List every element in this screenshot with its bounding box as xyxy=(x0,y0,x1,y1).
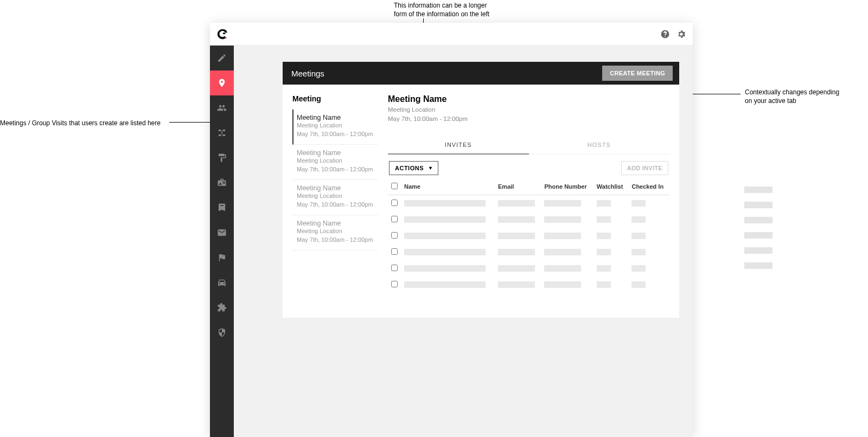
gear-icon[interactable] xyxy=(676,29,686,39)
meeting-item-name: Meeting Name xyxy=(297,220,378,227)
sidebar-item-paint[interactable] xyxy=(210,145,234,170)
app-logo xyxy=(216,28,228,40)
placeholder-phone xyxy=(544,200,581,207)
row-checkbox[interactable] xyxy=(391,200,398,206)
help-icon[interactable] xyxy=(660,29,670,39)
add-invite-button[interactable]: ADD INVITE xyxy=(621,161,668,175)
row-checkbox[interactable] xyxy=(391,232,398,239)
placeholder-name xyxy=(404,233,486,239)
sidebar-item-mail[interactable] xyxy=(210,220,234,245)
placeholder-email xyxy=(498,200,535,207)
row-checkbox[interactable] xyxy=(391,216,398,222)
table-row xyxy=(388,277,669,293)
placeholder-email xyxy=(498,249,535,255)
meeting-detail-name: Meeting Name xyxy=(388,94,669,104)
placeholder-email xyxy=(498,216,535,223)
placeholder-watchlist xyxy=(597,200,611,207)
meeting-list-item[interactable]: Meeting NameMeeting LocationMay 7th, 10:… xyxy=(292,215,378,250)
placeholder-checked-in xyxy=(631,265,646,272)
create-meeting-button[interactable]: CREATE MEETING xyxy=(602,66,673,81)
tab-invites[interactable]: INVITES xyxy=(388,136,529,155)
table-row xyxy=(388,195,669,211)
app-window: Meetings CREATE MEETING Meeting Meeting … xyxy=(210,23,693,437)
detail-tabs: INVITES HOSTS xyxy=(388,136,669,155)
placeholder-phone xyxy=(544,216,581,223)
meeting-item-time: May 7th, 10:00am - 12:00pm xyxy=(297,130,378,139)
placeholder-watchlist xyxy=(597,233,611,239)
meeting-list-item[interactable]: Meeting NameMeeting LocationMay 7th, 10:… xyxy=(292,110,378,145)
placeholder-email xyxy=(498,233,535,239)
row-checkbox[interactable] xyxy=(391,281,398,287)
placeholder-name xyxy=(404,265,486,272)
placeholder-phone xyxy=(544,233,581,239)
sidebar-item-car[interactable] xyxy=(210,270,234,295)
meeting-list-item[interactable]: Meeting NameMeeting LocationMay 7th, 10:… xyxy=(292,180,378,215)
placeholder-name xyxy=(404,200,486,207)
placeholder-name xyxy=(404,249,486,255)
content-area: Meetings CREATE MEETING Meeting Meeting … xyxy=(234,46,693,437)
meeting-item-location: Meeting Location xyxy=(297,227,378,236)
select-all-checkbox[interactable] xyxy=(391,183,398,189)
external-placeholder-bars xyxy=(744,187,773,269)
placeholder-name xyxy=(404,216,486,223)
sidebar xyxy=(210,46,234,437)
table-row xyxy=(388,228,669,244)
meeting-item-time: May 7th, 10:00am - 12:00pm xyxy=(297,236,378,245)
meeting-list-column: Meeting Meeting NameMeeting LocationMay … xyxy=(283,85,386,318)
placeholder-checked-in xyxy=(631,281,646,288)
actions-label: ACTIONS xyxy=(395,165,424,171)
meeting-item-name: Meeting Name xyxy=(297,184,378,192)
invites-table: Name Email Phone Number Watchlist Checke… xyxy=(388,181,669,293)
placeholder-phone xyxy=(544,249,581,255)
row-checkbox[interactable] xyxy=(391,248,398,255)
table-toolbar: ACTIONS ▾ ADD INVITE xyxy=(388,155,669,181)
placeholder-watchlist xyxy=(597,216,611,223)
page-title: Meetings xyxy=(291,69,324,78)
placeholder-watchlist xyxy=(597,281,611,288)
meeting-list-item[interactable]: Meeting NameMeeting LocationMay 7th, 10:… xyxy=(292,145,378,180)
chevron-down-icon: ▾ xyxy=(429,165,432,171)
placeholder-phone xyxy=(544,281,581,288)
table-row xyxy=(388,211,669,228)
svg-point-0 xyxy=(225,37,227,38)
meeting-list-heading: Meeting xyxy=(292,94,378,103)
placeholder-checked-in xyxy=(631,200,646,207)
meeting-item-location: Meeting Location xyxy=(297,192,378,201)
meeting-item-name: Meeting Name xyxy=(297,149,378,157)
col-checked-in: Checked In xyxy=(628,181,669,195)
placeholder-email xyxy=(498,265,535,272)
sidebar-item-book[interactable] xyxy=(210,195,234,220)
meeting-item-time: May 7th, 10:00am - 12:00pm xyxy=(297,201,378,209)
sidebar-item-location[interactable] xyxy=(210,70,234,95)
col-watchlist: Watchlist xyxy=(593,181,629,195)
placeholder-email xyxy=(498,281,535,288)
sidebar-item-people[interactable] xyxy=(210,95,234,120)
meeting-item-name: Meeting Name xyxy=(297,114,378,121)
actions-dropdown[interactable]: ACTIONS ▾ xyxy=(389,161,438,175)
sidebar-item-shield[interactable] xyxy=(210,320,234,345)
placeholder-checked-in xyxy=(631,216,646,223)
sidebar-item-edit[interactable] xyxy=(210,46,234,70)
row-checkbox[interactable] xyxy=(391,265,398,271)
sidebar-item-tree[interactable] xyxy=(210,120,234,145)
annotation-left: Meetings / Group Visits that users creat… xyxy=(0,119,161,128)
annotation-top: This information can be a longer form of… xyxy=(394,2,489,18)
topbar xyxy=(210,23,693,46)
annotation-right: Contextually changes depending on your a… xyxy=(745,88,839,105)
table-row xyxy=(388,260,669,277)
table-row xyxy=(388,244,669,260)
placeholder-watchlist xyxy=(597,249,611,255)
meeting-item-location: Meeting Location xyxy=(297,121,378,130)
panel-header: Meetings CREATE MEETING xyxy=(283,62,679,85)
col-phone: Phone Number xyxy=(541,181,593,195)
placeholder-checked-in xyxy=(631,249,646,255)
panel-body: Meeting Meeting NameMeeting LocationMay … xyxy=(283,85,679,318)
placeholder-watchlist xyxy=(597,265,611,272)
col-email: Email xyxy=(495,181,541,195)
sidebar-item-puzzle[interactable] xyxy=(210,295,234,320)
tab-hosts[interactable]: HOSTS xyxy=(529,136,670,154)
placeholder-checked-in xyxy=(631,233,646,239)
meeting-item-time: May 7th, 10:00am - 12:00pm xyxy=(297,165,378,174)
sidebar-item-badge[interactable] xyxy=(210,170,234,195)
sidebar-item-flag[interactable] xyxy=(210,245,234,270)
